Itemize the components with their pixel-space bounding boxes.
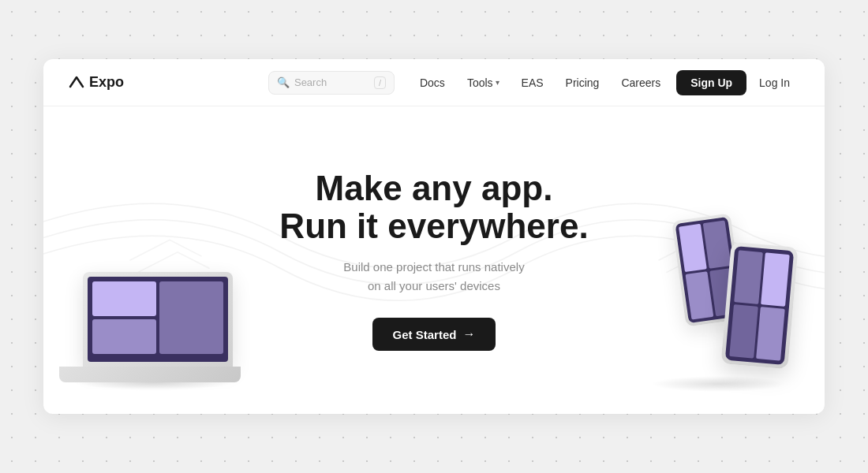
phone2-screen xyxy=(725,246,794,365)
hero-title-line2: Run it everywhere. xyxy=(279,207,588,245)
laptop-body xyxy=(83,272,233,367)
phone2-block-4 xyxy=(756,307,785,360)
phone2-block-1 xyxy=(734,250,763,304)
screen-block-2 xyxy=(159,281,223,354)
laptop-illustration xyxy=(67,201,249,382)
hero-subtitle-line1: Build one project that runs natively xyxy=(343,260,524,274)
search-slash-badge: / xyxy=(374,76,386,89)
hero-title: Make any app. Run it everywhere. xyxy=(279,169,588,246)
nav-tools-label: Tools xyxy=(467,76,493,89)
logo-text: Expo xyxy=(89,74,124,91)
navbar: Expo 🔍 Search / Docs Tools ▾ EAS Pricing… xyxy=(43,59,825,106)
signup-button[interactable]: Sign Up xyxy=(676,70,746,95)
logo[interactable]: Expo xyxy=(69,74,124,91)
hero-content: Make any app. Run it everywhere. Build o… xyxy=(279,169,588,352)
laptop-screen xyxy=(88,277,228,362)
screen-block-1 xyxy=(92,281,156,316)
main-card: Expo 🔍 Search / Docs Tools ▾ EAS Pricing… xyxy=(43,59,825,414)
phone1-block-1 xyxy=(679,224,707,272)
search-box[interactable]: 🔍 Search / xyxy=(268,71,395,95)
screen-block-3 xyxy=(92,319,156,354)
nav-docs[interactable]: Docs xyxy=(410,72,455,94)
phone2 xyxy=(720,242,798,370)
phone1-block-2 xyxy=(703,220,731,268)
hero-subtitle-line2: on all your users' devices xyxy=(368,279,500,292)
search-placeholder: Search xyxy=(294,76,369,88)
hero-section: Make any app. Run it everywhere. Build o… xyxy=(43,106,825,414)
get-started-button[interactable]: Get Started → xyxy=(372,318,496,351)
login-button[interactable]: Log In xyxy=(750,72,799,94)
phone2-block-3 xyxy=(729,304,758,358)
expo-logo-icon xyxy=(69,75,84,91)
tools-chevron-icon: ▾ xyxy=(496,78,499,87)
laptop-screen-grid xyxy=(88,277,228,362)
search-icon: 🔍 xyxy=(277,76,290,88)
arrow-right-icon: → xyxy=(462,327,475,341)
laptop-keyboard xyxy=(59,367,241,382)
nav-tools[interactable]: Tools ▾ xyxy=(458,72,509,94)
nav-pricing[interactable]: Pricing xyxy=(556,72,609,94)
hero-title-line1: Make any app. xyxy=(316,169,553,207)
phone2-block-2 xyxy=(761,252,790,306)
get-started-label: Get Started xyxy=(393,328,457,341)
phone-shadow xyxy=(651,376,785,392)
hero-subtitle: Build one project that runs natively on … xyxy=(279,258,588,296)
nav-careers[interactable]: Careers xyxy=(612,72,670,94)
nav-links: Docs Tools ▾ EAS Pricing Careers Sign Up… xyxy=(410,70,799,95)
phone-illustrations xyxy=(643,201,801,382)
phone1-block-3 xyxy=(685,271,713,319)
nav-eas[interactable]: EAS xyxy=(512,72,553,94)
